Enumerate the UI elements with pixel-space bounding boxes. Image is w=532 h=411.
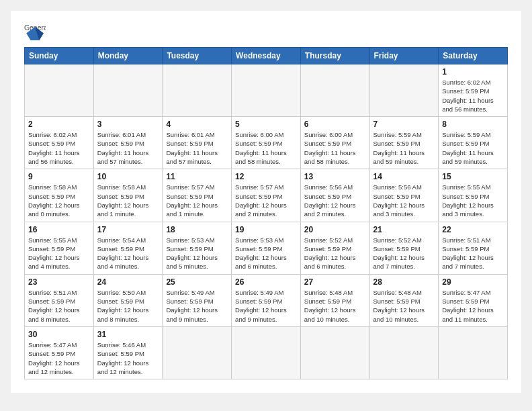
day-number: 2 xyxy=(28,120,90,129)
day-sun-info: Sunrise: 6:01 AMSunset: 5:59 PMDaylight:… xyxy=(166,130,228,166)
logo: General xyxy=(24,21,48,40)
day-cell: 23Sunrise: 5:51 AMSunset: 5:59 PMDayligh… xyxy=(25,274,94,326)
day-sun-info: Sunrise: 5:55 AMSunset: 5:59 PMDaylight:… xyxy=(28,236,90,271)
day-sun-info: Sunrise: 5:50 AMSunset: 5:59 PMDaylight:… xyxy=(97,288,159,324)
day-cell: 18Sunrise: 5:53 AMSunset: 5:59 PMDayligh… xyxy=(163,222,232,274)
week-row-2: 2Sunrise: 6:02 AMSunset: 5:59 PMDaylight… xyxy=(25,117,508,169)
day-number: 24 xyxy=(97,277,159,287)
day-number: 19 xyxy=(235,225,297,234)
day-sun-info: Sunrise: 6:02 AMSunset: 5:59 PMDaylight:… xyxy=(28,130,90,166)
week-row-5: 23Sunrise: 5:51 AMSunset: 5:59 PMDayligh… xyxy=(25,274,508,326)
day-cell: 16Sunrise: 5:55 AMSunset: 5:59 PMDayligh… xyxy=(25,222,94,274)
day-number: 11 xyxy=(166,172,228,181)
day-sun-info: Sunrise: 5:46 AMSunset: 5:59 PMDaylight:… xyxy=(97,340,159,376)
day-sun-info: Sunrise: 5:57 AMSunset: 5:59 PMDaylight:… xyxy=(166,183,228,218)
day-cell: 10Sunrise: 5:58 AMSunset: 5:59 PMDayligh… xyxy=(93,169,163,222)
day-cell xyxy=(369,64,439,117)
day-sun-info: Sunrise: 5:57 AMSunset: 5:59 PMDaylight:… xyxy=(235,183,297,218)
calendar-table: SundayMondayTuesdayWednesdayThursdayFrid… xyxy=(24,47,508,379)
header: General xyxy=(24,21,508,40)
day-sun-info: Sunrise: 6:00 AMSunset: 5:59 PMDaylight:… xyxy=(304,130,366,166)
weekday-header-sunday: Sunday xyxy=(25,48,94,64)
day-sun-info: Sunrise: 6:00 AMSunset: 5:59 PMDaylight:… xyxy=(235,130,297,166)
weekday-header-friday: Friday xyxy=(369,48,439,64)
day-cell: 30Sunrise: 5:47 AMSunset: 5:59 PMDayligh… xyxy=(25,326,94,379)
day-cell: 19Sunrise: 5:53 AMSunset: 5:59 PMDayligh… xyxy=(232,222,301,274)
day-number: 1 xyxy=(442,67,504,77)
day-sun-info: Sunrise: 5:51 AMSunset: 5:59 PMDaylight:… xyxy=(442,236,504,271)
weekday-header-tuesday: Tuesday xyxy=(163,48,232,64)
day-number: 31 xyxy=(97,330,159,339)
day-number: 29 xyxy=(442,277,504,287)
day-number: 4 xyxy=(166,120,228,129)
day-number: 9 xyxy=(28,172,90,181)
day-sun-info: Sunrise: 5:49 AMSunset: 5:59 PMDaylight:… xyxy=(235,288,297,324)
day-cell: 5Sunrise: 6:00 AMSunset: 5:59 PMDaylight… xyxy=(232,117,301,169)
day-sun-info: Sunrise: 5:58 AMSunset: 5:59 PMDaylight:… xyxy=(28,183,90,218)
day-sun-info: Sunrise: 5:52 AMSunset: 5:59 PMDaylight:… xyxy=(304,236,366,271)
day-sun-info: Sunrise: 5:58 AMSunset: 5:59 PMDaylight:… xyxy=(97,183,159,218)
day-cell: 15Sunrise: 5:55 AMSunset: 5:59 PMDayligh… xyxy=(439,169,508,222)
day-number: 27 xyxy=(304,277,366,287)
day-sun-info: Sunrise: 5:56 AMSunset: 5:59 PMDaylight:… xyxy=(304,183,366,218)
day-cell: 7Sunrise: 5:59 AMSunset: 5:59 PMDaylight… xyxy=(369,117,439,169)
day-cell xyxy=(369,326,439,379)
day-sun-info: Sunrise: 6:01 AMSunset: 5:59 PMDaylight:… xyxy=(97,130,159,166)
day-sun-info: Sunrise: 5:51 AMSunset: 5:59 PMDaylight:… xyxy=(28,288,90,324)
day-cell: 8Sunrise: 5:59 AMSunset: 5:59 PMDaylight… xyxy=(439,117,508,169)
day-number: 26 xyxy=(235,277,297,287)
day-cell: 11Sunrise: 5:57 AMSunset: 5:59 PMDayligh… xyxy=(163,169,232,222)
day-number: 25 xyxy=(166,277,228,287)
day-sun-info: Sunrise: 5:47 AMSunset: 5:59 PMDaylight:… xyxy=(442,288,504,324)
day-number: 22 xyxy=(442,225,504,234)
day-number: 18 xyxy=(166,225,228,234)
day-number: 30 xyxy=(28,330,90,339)
day-cell: 12Sunrise: 5:57 AMSunset: 5:59 PMDayligh… xyxy=(232,169,301,222)
day-sun-info: Sunrise: 5:59 AMSunset: 5:59 PMDaylight:… xyxy=(373,130,435,166)
day-cell: 2Sunrise: 6:02 AMSunset: 5:59 PMDaylight… xyxy=(25,117,94,169)
day-cell: 22Sunrise: 5:51 AMSunset: 5:59 PMDayligh… xyxy=(439,222,508,274)
day-sun-info: Sunrise: 5:56 AMSunset: 5:59 PMDaylight:… xyxy=(373,183,435,218)
day-number: 10 xyxy=(97,172,159,181)
day-cell: 29Sunrise: 5:47 AMSunset: 5:59 PMDayligh… xyxy=(439,274,508,326)
weekday-header-monday: Monday xyxy=(93,48,163,64)
day-cell: 9Sunrise: 5:58 AMSunset: 5:59 PMDaylight… xyxy=(25,169,94,222)
day-number: 5 xyxy=(235,120,297,129)
day-number: 13 xyxy=(304,172,366,181)
day-sun-info: Sunrise: 6:02 AMSunset: 5:59 PMDaylight:… xyxy=(442,78,504,113)
day-cell xyxy=(300,64,369,117)
day-sun-info: Sunrise: 5:52 AMSunset: 5:59 PMDaylight:… xyxy=(373,236,435,271)
day-number: 14 xyxy=(373,172,435,181)
day-sun-info: Sunrise: 5:54 AMSunset: 5:59 PMDaylight:… xyxy=(97,236,159,271)
week-row-4: 16Sunrise: 5:55 AMSunset: 5:59 PMDayligh… xyxy=(25,222,508,274)
day-number: 3 xyxy=(97,120,159,129)
day-sun-info: Sunrise: 5:48 AMSunset: 5:59 PMDaylight:… xyxy=(304,288,366,324)
week-row-6: 30Sunrise: 5:47 AMSunset: 5:59 PMDayligh… xyxy=(25,326,508,379)
weekday-header-thursday: Thursday xyxy=(300,48,369,64)
day-number: 7 xyxy=(373,120,435,129)
day-sun-info: Sunrise: 5:48 AMSunset: 5:59 PMDaylight:… xyxy=(373,288,435,324)
day-sun-info: Sunrise: 5:55 AMSunset: 5:59 PMDaylight:… xyxy=(442,183,504,218)
day-cell xyxy=(232,326,301,379)
day-cell xyxy=(232,64,301,117)
calendar-page: General SundayMondayTuesdayWednesdayThur… xyxy=(11,11,521,393)
day-cell xyxy=(300,326,369,379)
day-cell: 1Sunrise: 6:02 AMSunset: 5:59 PMDaylight… xyxy=(439,64,508,117)
day-cell: 25Sunrise: 5:49 AMSunset: 5:59 PMDayligh… xyxy=(163,274,232,326)
day-cell xyxy=(25,64,94,117)
day-cell: 17Sunrise: 5:54 AMSunset: 5:59 PMDayligh… xyxy=(93,222,163,274)
day-cell: 24Sunrise: 5:50 AMSunset: 5:59 PMDayligh… xyxy=(93,274,163,326)
day-number: 17 xyxy=(97,225,159,234)
day-sun-info: Sunrise: 5:53 AMSunset: 5:59 PMDaylight:… xyxy=(166,236,228,271)
day-cell: 26Sunrise: 5:49 AMSunset: 5:59 PMDayligh… xyxy=(232,274,301,326)
day-cell: 28Sunrise: 5:48 AMSunset: 5:59 PMDayligh… xyxy=(369,274,439,326)
weekday-header-row: SundayMondayTuesdayWednesdayThursdayFrid… xyxy=(25,48,508,64)
day-number: 6 xyxy=(304,120,366,129)
logo-icon: General xyxy=(24,21,46,40)
day-sun-info: Sunrise: 5:47 AMSunset: 5:59 PMDaylight:… xyxy=(28,340,90,376)
day-sun-info: Sunrise: 5:49 AMSunset: 5:59 PMDaylight:… xyxy=(166,288,228,324)
day-cell xyxy=(163,64,232,117)
weekday-header-wednesday: Wednesday xyxy=(232,48,301,64)
day-cell: 21Sunrise: 5:52 AMSunset: 5:59 PMDayligh… xyxy=(369,222,439,274)
day-number: 21 xyxy=(373,225,435,234)
